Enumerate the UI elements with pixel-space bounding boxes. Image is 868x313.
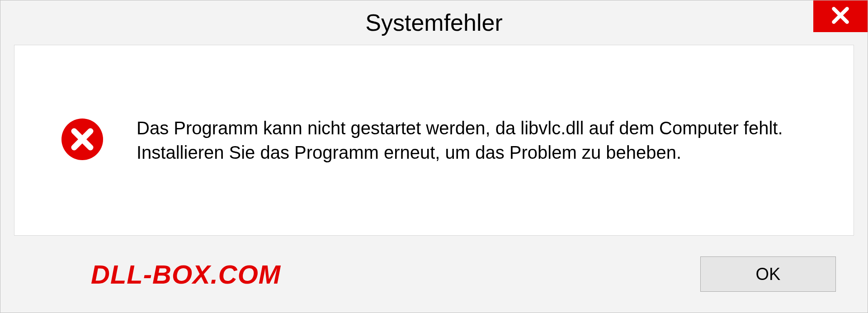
close-button[interactable]: [813, 0, 868, 32]
content-panel: Das Programm kann nicht gestartet werden…: [14, 45, 854, 236]
ok-button[interactable]: OK: [700, 256, 836, 292]
dialog-footer: DLL-BOX.COM OK: [0, 236, 868, 313]
titlebar: Systemfehler: [0, 0, 868, 45]
system-error-dialog: Systemfehler Das Programm kann nicht ges…: [0, 0, 868, 313]
watermark-text: DLL-BOX.COM: [91, 259, 281, 289]
dialog-title: Systemfehler: [365, 9, 502, 36]
close-icon: [830, 5, 850, 27]
error-icon: [60, 117, 105, 164]
error-message: Das Programm kann nicht gestartet werden…: [137, 116, 826, 165]
